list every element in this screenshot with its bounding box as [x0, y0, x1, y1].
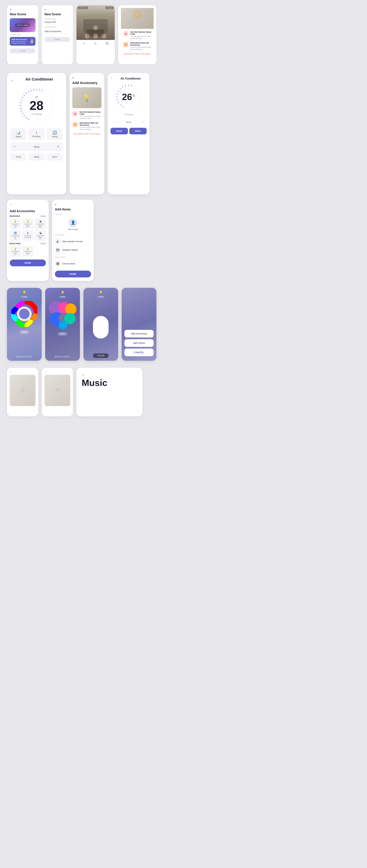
image-icon[interactable]: 🖼: [106, 42, 109, 45]
color-2-edit-button[interactable]: EDIT: [58, 332, 67, 336]
device-item-3[interactable]: 🔌 Living room outlet defect: [35, 219, 46, 229]
device-3-name: Living room outlet: [36, 223, 45, 226]
music-title-back-button[interactable]: ←: [82, 373, 85, 377]
backyard-section-header: BACKYARD Add All: [10, 243, 46, 245]
settings-icon[interactable]: ⚙: [94, 42, 97, 45]
ac-small-back-button[interactable]: ←: [111, 76, 113, 80]
music-1-back-button[interactable]: ←: [10, 371, 12, 373]
temp-plus-button[interactable]: +: [57, 145, 59, 149]
add-accessories-button-1[interactable]: Add Accessories Select accessories to in…: [10, 37, 35, 45]
close-icon-home[interactable]: ×: [55, 203, 91, 206]
software-update-item[interactable]: 💾 Software Update: [55, 246, 91, 254]
ac-small-temp-display: 26°C: [122, 92, 135, 102]
device-item-4[interactable]: 🌀 Living room fan On: [10, 230, 21, 241]
row-3-section: ← Add Accessories BEDROOM Add All 💡 Livi…: [0, 198, 367, 284]
ac-big-back-button[interactable]: ←: [10, 79, 14, 83]
ac-small-card: ← Air Conditioner: [108, 73, 149, 194]
color-bubbles-card: 💡 Color EDIT BRIGHTNESS: [45, 288, 80, 361]
ac-small-plus-button[interactable]: +: [142, 120, 144, 124]
add-scene-option-button[interactable]: Add Scene: [124, 339, 153, 347]
add-all-backyard-link[interactable]: Add All: [40, 243, 46, 245]
done-accessories-button[interactable]: DONE: [10, 259, 46, 266]
device-8-icon: 💡: [23, 247, 32, 250]
setup-item-1-desc: You can control all your Smart Home and …: [130, 35, 151, 39]
arrow-up[interactable]: ↑: [93, 34, 98, 38]
setup-item-acc-1-title: Use the Cahome Setup Code: [80, 111, 102, 115]
music-2-back-button[interactable]: ←: [45, 371, 47, 373]
add-accessory-title: Add Accessory: [72, 81, 102, 85]
device-item-7[interactable]: 💡 Living room lamp On: [10, 246, 21, 256]
color-2-lamp-icon: 💡: [60, 290, 65, 295]
add-accessories-row[interactable]: Add Accessories ›: [45, 29, 70, 34]
add-people-avatar[interactable]: 👤: [68, 218, 78, 227]
device-item-5[interactable]: 🌡 Living room thermostat: [22, 230, 33, 241]
add-all-bedroom-link[interactable]: Add All: [40, 215, 46, 217]
device-5-icon: 🌡: [23, 231, 32, 235]
temp-display: °C 28 ❄ Cooling: [30, 96, 44, 116]
wallpaper-section-label: WALLPAPER: [55, 256, 91, 258]
svg-line-27: [50, 113, 51, 114]
mode-button[interactable]: Mode: [129, 128, 147, 134]
add-accessories-back-button[interactable]: ←: [10, 203, 12, 206]
done-button-2[interactable]: DONE: [45, 37, 70, 42]
ac-small-minus-button[interactable]: −: [113, 120, 115, 124]
speaker-access-item[interactable]: 🔊 Allow Speaker Access ›: [55, 237, 91, 246]
close-icon-2[interactable]: ×: [45, 8, 70, 11]
svg-line-10: [24, 95, 25, 96]
arrow-right[interactable]: →: [102, 34, 106, 38]
close-icon-1[interactable]: ×: [10, 8, 35, 11]
power-button[interactable]: Power: [111, 128, 128, 134]
choose-photo-item[interactable]: 🖼 Choose photo ›: [55, 259, 91, 268]
lamp-icon: 💡: [83, 94, 91, 102]
device-item-1[interactable]: 💡 Living room lamp On: [10, 219, 21, 229]
swing-button[interactable]: 🔄 Swing: [47, 128, 62, 140]
color-3-button[interactable]: COLOR: [93, 353, 109, 358]
device-item-8[interactable]: 💡 Living room lamp 60%: [22, 246, 33, 256]
timer-button[interactable]: Timer: [10, 153, 26, 161]
living-room-card: Living room 16s ago ← ↑ → ↓ ☀ ⚙ 🖼: [77, 5, 115, 64]
ac-small-title: Air Conditioner: [115, 77, 147, 80]
svg-line-30: [44, 119, 45, 120]
cant-scan-link-acc[interactable]: Don't Have a Code or Can't Scan?: [72, 133, 102, 135]
svg-line-22: [51, 100, 53, 100]
done-home-button[interactable]: DONE: [55, 271, 91, 277]
temp-mode: ❄ Cooling: [30, 113, 44, 116]
sleep-label: Sleep: [30, 156, 43, 158]
color-device-card: 💡 Color COLOR: [83, 288, 118, 361]
arrow-left[interactable]: ←: [85, 34, 90, 38]
scene-name-value[interactable]: Living room: [45, 21, 70, 25]
accessory-icon: 🏠: [30, 38, 34, 44]
direction-button[interactable]: ↕ Direction: [28, 128, 45, 140]
direction-icon: ↕: [30, 130, 43, 134]
device-silhouette: [93, 316, 109, 339]
close-icon-4[interactable]: ×: [122, 9, 124, 12]
arrow-down[interactable]: ↓: [93, 25, 98, 30]
device-item-6[interactable]: 🔌 Living room outlet outlet: [35, 230, 46, 241]
cant-scan-link[interactable]: Don't Have a Code or Can't Scan?: [123, 53, 151, 55]
more-button[interactable]: More: [47, 153, 62, 161]
add-accessory-option-button[interactable]: Add Accessory: [124, 330, 153, 338]
temp-minus-button[interactable]: −: [14, 145, 16, 149]
speed-button[interactable]: 📊 Speed: [10, 128, 26, 140]
add-accessories-text-2: Add Accessories: [45, 30, 61, 33]
close-icon-acc[interactable]: ×: [72, 76, 102, 80]
device-6-name: Living room outlet: [36, 235, 45, 238]
svg-line-42: [122, 86, 123, 88]
cancel-option-button[interactable]: CANCEL: [124, 349, 153, 356]
setup-item-acc-2: 📶 Hold phone Near the Accessory You can …: [72, 122, 102, 130]
ac-small-action-btns: Power Mode: [111, 128, 147, 134]
music-art-icon: 🎵: [20, 388, 25, 393]
brightness-icon[interactable]: ☀: [82, 42, 85, 45]
color-2-label: Color: [60, 296, 65, 298]
svg-line-0: [28, 118, 29, 120]
row-1-section: × New Scene Scene name Accessorie Add Ac…: [0, 0, 367, 69]
device-item-2[interactable]: 💡 Living room lamp 60%: [22, 219, 33, 229]
svg-line-7: [20, 102, 22, 103]
svg-line-1: [26, 117, 27, 119]
sleep-button[interactable]: Sleep: [28, 153, 45, 161]
color-1-edit-button[interactable]: EDIT: [20, 330, 29, 334]
choose-photo-label: Choose photo: [62, 262, 75, 265]
color-wheel[interactable]: [11, 301, 37, 327]
bubble-cyan[interactable]: [59, 321, 67, 330]
done-button-1[interactable]: DONE: [10, 49, 35, 53]
